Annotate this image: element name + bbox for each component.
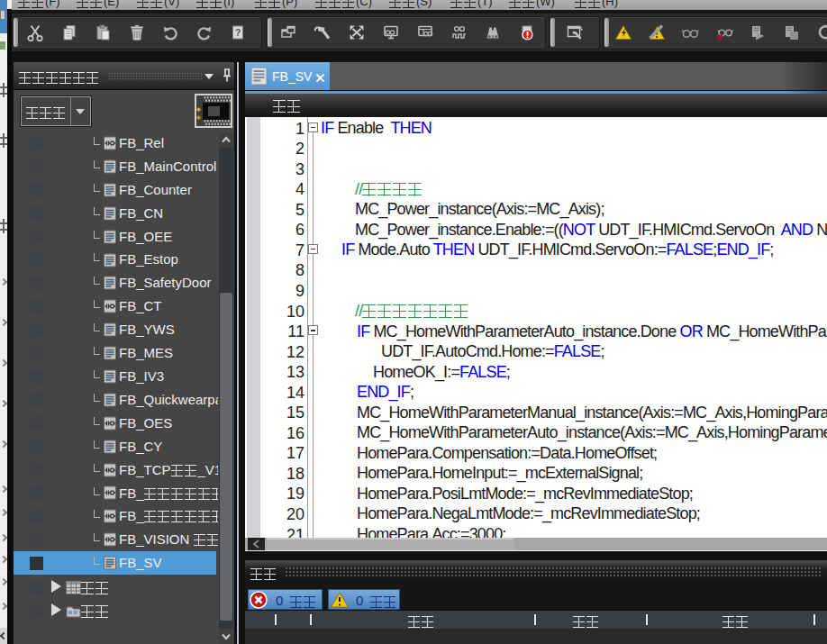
svg-text:?: ? — [235, 27, 241, 38]
